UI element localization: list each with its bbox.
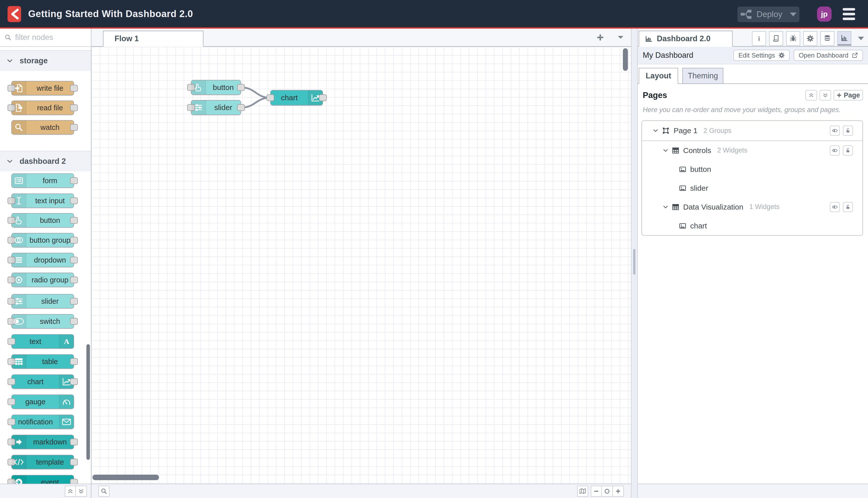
canvas-search-button[interactable] bbox=[98, 486, 109, 497]
user-avatar[interactable]: jp bbox=[817, 6, 831, 22]
deploy-caret-icon[interactable] bbox=[790, 13, 797, 16]
add-page-button[interactable]: Page bbox=[833, 90, 863, 101]
gauge-icon bbox=[59, 395, 74, 408]
palette-node-template[interactable]: template bbox=[11, 455, 74, 469]
add-flow-button[interactable] bbox=[596, 33, 605, 42]
lock-toggle-button[interactable] bbox=[843, 126, 853, 136]
tree-row-widget-button[interactable]: button bbox=[642, 160, 863, 179]
lock-toggle-button[interactable] bbox=[843, 145, 853, 156]
tree-row-widget-slider[interactable]: slider bbox=[642, 179, 863, 197]
tree-row-group-controls[interactable]: Controls 2 Widgets bbox=[642, 141, 863, 160]
palette-expand-all-button[interactable] bbox=[76, 486, 87, 497]
chevron-down-icon[interactable] bbox=[663, 205, 668, 209]
node-port-output[interactable] bbox=[70, 439, 78, 445]
palette-scrollbar[interactable] bbox=[86, 344, 90, 460]
palette-node-text-input[interactable]: text input bbox=[11, 194, 74, 208]
node-port-output[interactable] bbox=[70, 459, 78, 466]
palette-node-read-file[interactable]: read file bbox=[11, 101, 74, 115]
node-port-output[interactable] bbox=[70, 85, 78, 92]
tab-flow-1[interactable]: Flow 1 bbox=[103, 31, 203, 47]
palette-category-dashboard2[interactable]: dashboard 2 bbox=[0, 151, 91, 171]
palette-node-event[interactable]: event bbox=[11, 475, 74, 484]
palette-filter[interactable]: filter nodes bbox=[0, 29, 91, 47]
deploy-button[interactable]: Deploy bbox=[737, 6, 799, 22]
palette-node-button-group[interactable]: button group bbox=[11, 233, 74, 248]
chevron-down-icon bbox=[7, 159, 13, 163]
lock-toggle-button[interactable] bbox=[843, 202, 853, 212]
chevron-down-icon[interactable] bbox=[653, 129, 658, 132]
wire-slider-to-chart[interactable] bbox=[241, 98, 270, 107]
palette-node-watch[interactable]: watch bbox=[11, 120, 74, 135]
node-port-output[interactable] bbox=[70, 318, 78, 325]
palette-node-gauge[interactable]: gauge bbox=[11, 394, 74, 409]
palette-node-button[interactable]: button bbox=[11, 213, 74, 228]
visibility-toggle-button[interactable] bbox=[830, 202, 840, 212]
node-port-output[interactable] bbox=[70, 197, 78, 204]
palette-node-notification[interactable]: notification bbox=[11, 415, 74, 429]
node-port-output[interactable] bbox=[70, 217, 78, 224]
flow-node-chart[interactable]: chart bbox=[270, 90, 323, 106]
node-port-output[interactable] bbox=[70, 105, 78, 111]
expand-all-pages-button[interactable] bbox=[819, 90, 831, 101]
sidebar-tabs-caret-icon[interactable] bbox=[858, 37, 864, 40]
node-port-output[interactable] bbox=[70, 479, 78, 484]
dashboard-tab-button[interactable] bbox=[837, 31, 852, 46]
visibility-toggle-button[interactable] bbox=[830, 126, 840, 136]
splitter-scrollbar[interactable] bbox=[633, 249, 636, 275]
palette-node-text[interactable]: A text bbox=[11, 334, 74, 349]
context-data-tab-button[interactable] bbox=[820, 31, 834, 46]
palette-node-dropdown[interactable]: dropdown bbox=[11, 253, 74, 267]
chevron-down-icon[interactable] bbox=[663, 149, 668, 152]
edit-settings-button[interactable]: Edit Settings bbox=[733, 50, 790, 61]
tab-layout[interactable]: Layout bbox=[639, 68, 678, 84]
flow-node-button[interactable]: button bbox=[191, 80, 241, 95]
canvas-vertical-scrollbar[interactable] bbox=[623, 48, 628, 71]
palette-node-slider[interactable]: slider bbox=[11, 294, 74, 309]
node-port-output[interactable] bbox=[70, 378, 78, 385]
node-port-output[interactable] bbox=[70, 257, 78, 264]
palette-node-markdown[interactable]: markdown bbox=[11, 435, 74, 449]
node-port-output[interactable] bbox=[70, 124, 78, 131]
node-port-output[interactable] bbox=[70, 178, 78, 184]
help-tab-button[interactable] bbox=[769, 31, 783, 46]
tab-dashboard-2[interactable]: Dashboard 2.0 bbox=[639, 31, 733, 47]
minimap-button[interactable] bbox=[577, 486, 588, 497]
node-port-output[interactable] bbox=[70, 358, 78, 365]
visibility-toggle-button[interactable] bbox=[830, 145, 840, 156]
main-menu-button[interactable] bbox=[843, 8, 855, 20]
palette-node-chart[interactable]: chart bbox=[11, 375, 74, 389]
tree-row-widget-chart[interactable]: chart bbox=[642, 217, 863, 235]
open-dashboard-button[interactable]: Open Dashboard bbox=[794, 50, 863, 61]
palette-category-storage[interactable]: storage bbox=[0, 50, 91, 71]
node-port-output[interactable] bbox=[70, 237, 78, 244]
tree-row-page-1[interactable]: Page 1 2 Groups bbox=[642, 121, 863, 141]
group-grid-icon bbox=[672, 147, 679, 154]
flow-node-slider[interactable]: slider bbox=[191, 100, 241, 115]
flow-canvas[interactable]: button slider chart bbox=[91, 47, 631, 484]
palette-node-write-file[interactable]: write file bbox=[11, 81, 74, 95]
node-port-output[interactable] bbox=[70, 298, 78, 305]
node-port-output[interactable] bbox=[70, 277, 78, 284]
wire-button-to-chart[interactable] bbox=[241, 88, 270, 98]
palette-collapse-all-button[interactable] bbox=[65, 486, 76, 497]
tab-theming[interactable]: Theming bbox=[682, 68, 723, 84]
flow-list-caret-icon[interactable] bbox=[617, 35, 624, 40]
zoom-out-button[interactable] bbox=[591, 486, 602, 497]
zoom-in-button[interactable] bbox=[613, 486, 624, 497]
palette-node-table[interactable]: table bbox=[11, 354, 74, 369]
node-port-output[interactable] bbox=[237, 104, 245, 111]
right-sidebar: Dashboard 2.0 i bbox=[638, 29, 868, 498]
palette-node-switch[interactable]: switch bbox=[11, 314, 74, 329]
debug-tab-button[interactable] bbox=[786, 31, 800, 46]
info-tab-button[interactable]: i bbox=[752, 31, 766, 46]
collapse-all-pages-button[interactable] bbox=[805, 90, 817, 101]
tree-row-group-data-visualization[interactable]: Data Visualization 1 Widgets bbox=[642, 197, 863, 217]
zoom-reset-button[interactable] bbox=[602, 486, 613, 497]
palette-node-form[interactable]: form bbox=[11, 173, 74, 188]
node-port-output[interactable] bbox=[319, 94, 327, 101]
node-port-output[interactable] bbox=[237, 84, 245, 91]
palette-node-radio-group[interactable]: radio group bbox=[11, 273, 74, 287]
canvas-horizontal-scrollbar[interactable] bbox=[92, 475, 159, 480]
config-nodes-tab-button[interactable] bbox=[803, 31, 817, 46]
sidebar-splitter[interactable] bbox=[631, 29, 638, 498]
